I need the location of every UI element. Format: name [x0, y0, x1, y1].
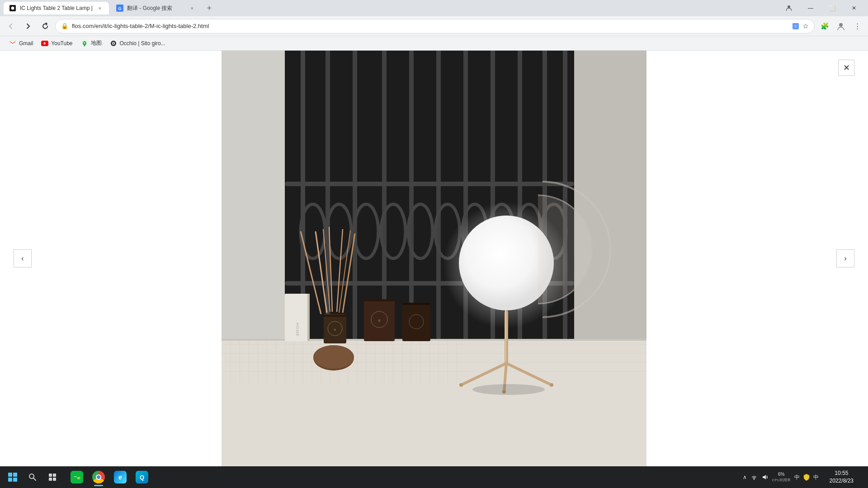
svg-rect-115 — [53, 478, 56, 481]
bookmark-gmail[interactable]: Gmail — [5, 38, 37, 49]
browser-frame: IC Lights Table 2 Table Lamp | × G 翻译 - … — [0, 0, 868, 488]
address-bar[interactable]: 🔒 flos.com/en/it/ic-lights-table-2/M-ic-… — [55, 19, 815, 33]
svg-rect-17 — [222, 51, 285, 358]
reload-button[interactable] — [38, 19, 52, 33]
forward-button[interactable] — [21, 19, 35, 33]
svg-rect-76 — [307, 294, 310, 341]
restore-button[interactable]: ⬜ — [822, 1, 843, 15]
svg-point-107 — [459, 383, 463, 387]
next-image-button[interactable]: › — [836, 249, 854, 267]
prev-image-button[interactable]: ‹ — [14, 249, 32, 267]
bookmark-occhio-label: Occhio | Sito giro... — [120, 40, 165, 47]
svg-rect-96 — [402, 303, 430, 305]
network-icon[interactable] — [750, 474, 758, 481]
cpu-percentage: 6% — [778, 472, 784, 477]
next-arrow-icon: › — [844, 254, 846, 263]
svg-rect-113 — [53, 474, 56, 477]
translate-icon: T — [793, 23, 799, 29]
tab-2-title: 翻译 - Google 搜索 — [127, 5, 185, 12]
svg-rect-95 — [402, 303, 430, 341]
taskbar-search-button[interactable] — [24, 468, 42, 486]
title-bar: IC Lights Table 2 Table Lamp | × G 翻译 - … — [0, 0, 868, 16]
edge-icon: e — [114, 471, 127, 483]
windows-logo — [8, 473, 17, 482]
maps-icon — [81, 40, 88, 47]
profile-icon-button[interactable] — [834, 19, 848, 33]
taskbar-pinned-apps: e Q — [67, 467, 152, 487]
tab-2-favicon: G — [116, 5, 123, 12]
svg-point-118 — [75, 476, 76, 477]
sys-tray-icons: ∧ 6% CPU利用率 中 — [739, 472, 822, 483]
tab-1-favicon — [9, 5, 16, 12]
svg-point-12 — [84, 42, 85, 43]
system-tray: ∧ 6% CPU利用率 中 — [739, 468, 864, 486]
ime-char[interactable]: 中 — [813, 474, 819, 481]
lock-icon: 🔒 — [61, 23, 68, 29]
svg-rect-23 — [382, 51, 387, 340]
close-lightbox-button[interactable]: ✕ — [838, 60, 854, 76]
svg-point-106 — [550, 383, 553, 387]
back-button[interactable] — [4, 19, 18, 33]
product-image-svg: HOME e — [222, 51, 646, 466]
occhio-icon — [110, 40, 117, 47]
svg-rect-41 — [285, 182, 574, 186]
chrome-icon — [92, 471, 105, 483]
svg-rect-92 — [364, 299, 395, 301]
tab-1-close[interactable]: × — [96, 5, 104, 12]
cpu-label: CPU利用率 — [772, 478, 791, 483]
ime-text: 中 — [813, 474, 819, 481]
taskbar-app-chrome[interactable] — [89, 467, 108, 487]
svg-text:G: G — [118, 6, 121, 11]
svg-point-121 — [79, 478, 80, 479]
taskbar-app-edge[interactable]: e — [110, 467, 130, 487]
svg-text:e: e — [334, 328, 336, 332]
notification-button[interactable] — [861, 468, 864, 486]
wechat-icon — [71, 471, 83, 483]
security-icon[interactable] — [803, 474, 810, 481]
taskbar-app-edge2[interactable]: Q — [132, 467, 152, 487]
start-button[interactable] — [4, 468, 22, 486]
bookmark-youtube[interactable]: YouTube — [38, 38, 76, 49]
gmail-icon — [9, 40, 16, 47]
volume-icon[interactable] — [761, 474, 769, 481]
svg-text:e: e — [378, 318, 380, 323]
svg-point-4 — [788, 5, 790, 8]
search-icon — [28, 473, 37, 482]
taskbar-app-wechat[interactable] — [67, 467, 87, 487]
system-clock[interactable]: 10:55 2022/8/23 — [824, 469, 859, 485]
svg-rect-25 — [436, 51, 441, 340]
lightbox-overlay: ✕ ‹ › — [0, 51, 868, 466]
bookmark-occhio[interactable]: Occhio | Sito giro... — [106, 38, 169, 49]
cpu-meter[interactable]: 6% CPU利用率 — [772, 472, 791, 483]
taskbar: e Q ∧ 6% C — [0, 466, 868, 488]
close-button[interactable]: ✕ — [844, 1, 864, 15]
extensions-button[interactable]: 🧩 — [817, 19, 832, 33]
product-image-container: HOME e — [222, 51, 646, 466]
new-tab-button[interactable]: + — [203, 2, 216, 14]
bookmark-maps[interactable]: 地图 — [77, 38, 105, 49]
svg-point-7 — [839, 23, 843, 27]
edge2-icon: Q — [136, 471, 148, 483]
more-button[interactable]: ⋮ — [850, 19, 864, 33]
svg-rect-22 — [353, 51, 357, 340]
window-controls: — ⬜ ✕ — [778, 1, 864, 15]
svg-point-122 — [753, 479, 755, 480]
bookmark-star-icon — [802, 23, 809, 29]
svg-point-120 — [78, 478, 79, 479]
svg-rect-21 — [326, 51, 330, 340]
tab-2-close[interactable]: × — [189, 5, 196, 12]
task-view-icon — [48, 473, 57, 482]
tab-1[interactable]: IC Lights Table 2 Table Lamp | × — [4, 2, 109, 14]
bookmark-gmail-label: Gmail — [19, 40, 33, 47]
ime-icon[interactable]: 中 — [794, 474, 800, 481]
tab-2[interactable]: G 翻译 - Google 搜索 × — [111, 2, 201, 14]
content-area: ✕ ‹ › — [0, 51, 868, 466]
svg-line-111 — [33, 478, 36, 480]
minimize-button[interactable]: — — [800, 1, 821, 15]
svg-point-1 — [11, 7, 14, 10]
task-view-button[interactable] — [43, 468, 61, 486]
bookmarks-bar: Gmail YouTube 地图 Occhio | Sito giro... — [0, 36, 868, 51]
profile-button[interactable] — [778, 1, 799, 15]
youtube-icon — [41, 40, 48, 47]
tray-expand-button[interactable]: ∧ — [743, 474, 747, 480]
